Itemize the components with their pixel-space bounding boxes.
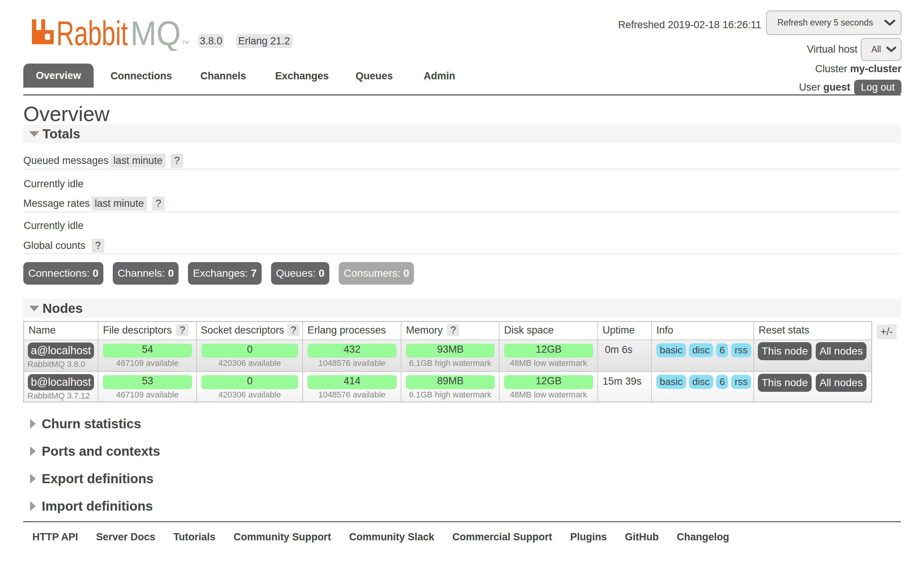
svg-text:MQ: MQ <box>130 17 181 51</box>
svg-text:TM: TM <box>182 39 189 45</box>
svg-text:Rabbit: Rabbit <box>56 17 128 51</box>
